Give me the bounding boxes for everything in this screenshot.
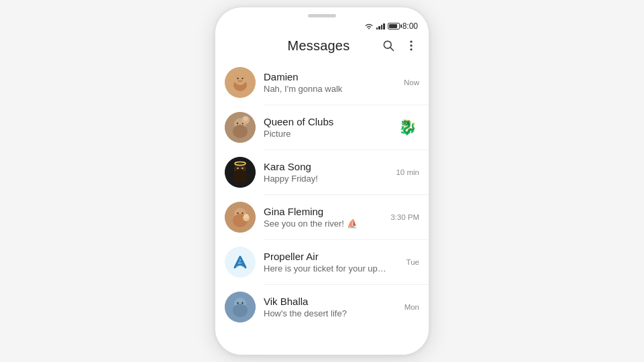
- avatar-kara: [225, 157, 256, 188]
- propeller-logo: [228, 250, 252, 274]
- conv-right-gina: 3:30 PM: [390, 213, 419, 221]
- signal-icon: [376, 23, 385, 29]
- conversation-item-damien[interactable]: Damien Nah, I'm gonna walk Now: [215, 60, 429, 105]
- conv-info-kara: Kara Song Happy Friday!: [264, 161, 387, 184]
- conv-preview-vik: How's the desert life?: [264, 308, 387, 318]
- conv-name-queen: Queen of Clubs: [264, 116, 387, 127]
- svg-point-39: [237, 302, 238, 304]
- conv-thumb-queen: 🐉: [395, 115, 419, 139]
- avatar-vik: [225, 292, 256, 322]
- status-icons: 8:00: [364, 21, 418, 31]
- conv-time-propeller: Tue: [407, 258, 419, 266]
- search-icon: [382, 39, 395, 52]
- status-time: 8:00: [402, 21, 418, 31]
- svg-line-2: [390, 48, 394, 51]
- svg-point-28: [241, 213, 243, 214]
- phone-screen: 8:00 Messages: [215, 19, 429, 355]
- svg-point-13: [233, 125, 248, 138]
- svg-point-27: [237, 213, 238, 214]
- avatar-vik-face: [225, 292, 256, 322]
- avatar-gina-face: [225, 202, 256, 233]
- svg-point-20: [233, 170, 248, 183]
- conv-right-damien: Now: [395, 78, 419, 86]
- wifi-icon: [364, 23, 374, 29]
- avatar-damien: [225, 67, 256, 98]
- avatar-propeller: [225, 247, 256, 278]
- more-options-button[interactable]: [403, 38, 419, 54]
- svg-point-9: [237, 78, 238, 79]
- svg-point-23: [241, 168, 243, 169]
- conv-info-queen: Queen of Clubs Picture: [264, 116, 387, 139]
- conv-preview-queen: Picture: [264, 129, 387, 139]
- svg-point-40: [241, 302, 243, 304]
- conv-time-kara: 10 min: [396, 168, 419, 176]
- conversation-list: Damien Nah, I'm gonna walk Now: [215, 60, 429, 355]
- conv-right-vik: Mon: [395, 303, 419, 311]
- conv-info-damien: Damien Nah, I'm gonna walk: [264, 71, 387, 94]
- conv-name-gina: Gina Fleming: [264, 206, 382, 217]
- conv-info-propeller: Propeller Air Here is your ticket for yo…: [264, 251, 387, 274]
- status-bar: 8:00: [215, 19, 429, 32]
- conv-preview-kara: Happy Friday!: [264, 174, 387, 184]
- app-bar: Messages: [215, 32, 429, 60]
- svg-point-3: [410, 41, 412, 43]
- conv-time-gina: 3:30 PM: [390, 213, 419, 221]
- avatar-queen-face: [225, 112, 256, 143]
- conv-name-propeller: Propeller Air: [264, 251, 387, 262]
- conversation-item-gina[interactable]: Gina Fleming See you on the river! ⛵ 3:3…: [215, 195, 429, 239]
- conv-time-damien: Now: [404, 78, 419, 86]
- phone-speaker: [308, 14, 336, 17]
- conv-info-vik: Vik Bhalla How's the desert life?: [264, 296, 387, 318]
- conv-preview-propeller: Here is your ticket for your upcoming...: [264, 263, 387, 274]
- conv-name-damien: Damien: [264, 71, 387, 82]
- avatar-kara-face: [225, 157, 256, 188]
- conv-info-gina: Gina Fleming See you on the river! ⛵: [264, 206, 382, 229]
- phone-mockup: 8:00 Messages: [215, 7, 429, 355]
- conv-name-kara: Kara Song: [264, 161, 387, 172]
- svg-point-14: [237, 123, 238, 124]
- svg-point-38: [233, 304, 248, 317]
- avatar-gina: [225, 202, 256, 233]
- svg-point-4: [410, 44, 412, 46]
- conversation-item-kara[interactable]: Kara Song Happy Friday! 10 min: [215, 150, 429, 194]
- conv-preview-damien: Nah, I'm gonna walk: [264, 84, 387, 94]
- svg-point-0: [368, 28, 370, 29]
- conv-name-vik: Vik Bhalla: [264, 296, 387, 307]
- conversation-item-propeller[interactable]: Propeller Air Here is your ticket for yo…: [215, 240, 429, 284]
- svg-point-10: [241, 78, 243, 79]
- conversation-item-vik[interactable]: Vik Bhalla How's the desert life? Mon: [215, 285, 429, 329]
- battery-icon: [388, 23, 400, 29]
- conv-right-kara: 10 min: [395, 168, 419, 176]
- conversation-item-queen[interactable]: Queen of Clubs Picture 🐉: [215, 105, 429, 149]
- svg-point-5: [410, 48, 412, 50]
- app-bar-actions: [380, 38, 419, 54]
- svg-point-30: [244, 214, 249, 219]
- conv-preview-gina: See you on the river! ⛵: [264, 219, 382, 229]
- phone-notch: [215, 7, 429, 19]
- search-button[interactable]: [380, 38, 396, 54]
- avatar-damien-face: [225, 67, 256, 98]
- conv-right-queen: 🐉: [395, 115, 419, 139]
- app-title: Messages: [288, 38, 350, 54]
- svg-point-8: [234, 73, 246, 85]
- conv-right-propeller: Tue: [395, 258, 419, 266]
- conv-time-vik: Mon: [405, 303, 419, 311]
- svg-point-22: [237, 168, 238, 169]
- svg-point-17: [244, 117, 248, 121]
- more-vert-icon: [405, 39, 418, 52]
- avatar-queen: [225, 112, 256, 143]
